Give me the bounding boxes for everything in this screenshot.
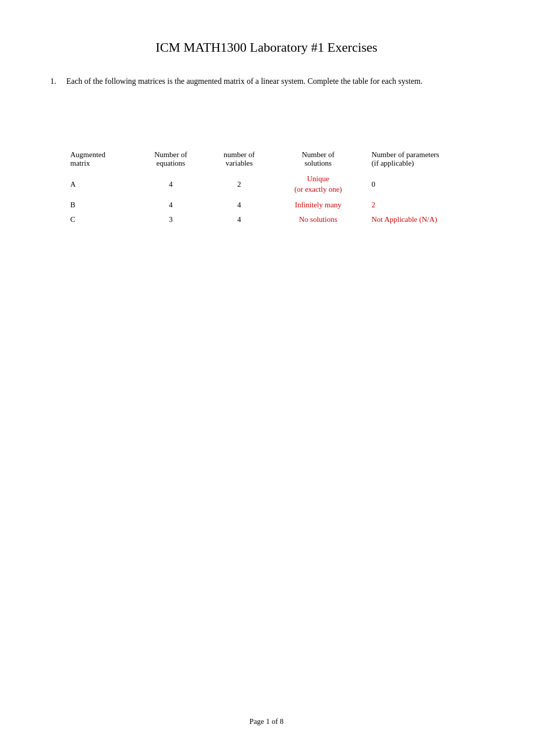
- cell-equations-b: 4: [136, 198, 206, 212]
- header-num-solutions: Number of solutions: [273, 148, 364, 171]
- header-num-variables: number of variables: [206, 148, 273, 171]
- cell-matrix-b: B: [60, 198, 136, 212]
- table-row: A 4 2 Unique (or exactly one) 0: [60, 171, 483, 198]
- cell-matrix-c: C: [60, 212, 136, 227]
- cell-equations-a: 4: [136, 171, 206, 198]
- header-num-parameters: Number of parameters (if applicable): [363, 148, 483, 171]
- cell-matrix-a: A: [60, 171, 136, 198]
- table-row: B 4 4 Infinitely many 2: [60, 198, 483, 212]
- table-header-row: Augmented matrix Number of equations num…: [60, 148, 483, 171]
- table-row: C 3 4 No solutions Not Applicable (N/A): [60, 212, 483, 227]
- header-augmented-matrix: Augmented matrix: [60, 148, 136, 171]
- table-container: Augmented matrix Number of equations num…: [60, 148, 483, 227]
- cell-variables-b: 4: [206, 198, 273, 212]
- page: ICM MATH1300 Laboratory #1 Exercises 1. …: [0, 0, 533, 756]
- cell-solutions-a: Unique (or exactly one): [273, 171, 364, 198]
- question-block: 1. Each of the following matrices is the…: [50, 75, 483, 87]
- question-number: 1.: [50, 75, 62, 87]
- question-body: Each of the following matrices is the au…: [66, 75, 423, 87]
- page-footer: Page 1 of 8: [0, 717, 533, 726]
- cell-variables-a: 2: [206, 171, 273, 198]
- cell-parameters-b: 2: [363, 198, 483, 212]
- cell-parameters-c: Not Applicable (N/A): [363, 212, 483, 227]
- cell-parameters-a: 0: [363, 171, 483, 198]
- cell-solutions-b: Infinitely many: [273, 198, 364, 212]
- page-title: ICM MATH1300 Laboratory #1 Exercises: [50, 40, 483, 55]
- data-table: Augmented matrix Number of equations num…: [60, 148, 483, 227]
- cell-variables-c: 4: [206, 212, 273, 227]
- cell-solutions-c: No solutions: [273, 212, 364, 227]
- cell-equations-c: 3: [136, 212, 206, 227]
- header-num-equations: Number of equations: [136, 148, 206, 171]
- question-text: 1. Each of the following matrices is the…: [50, 75, 483, 87]
